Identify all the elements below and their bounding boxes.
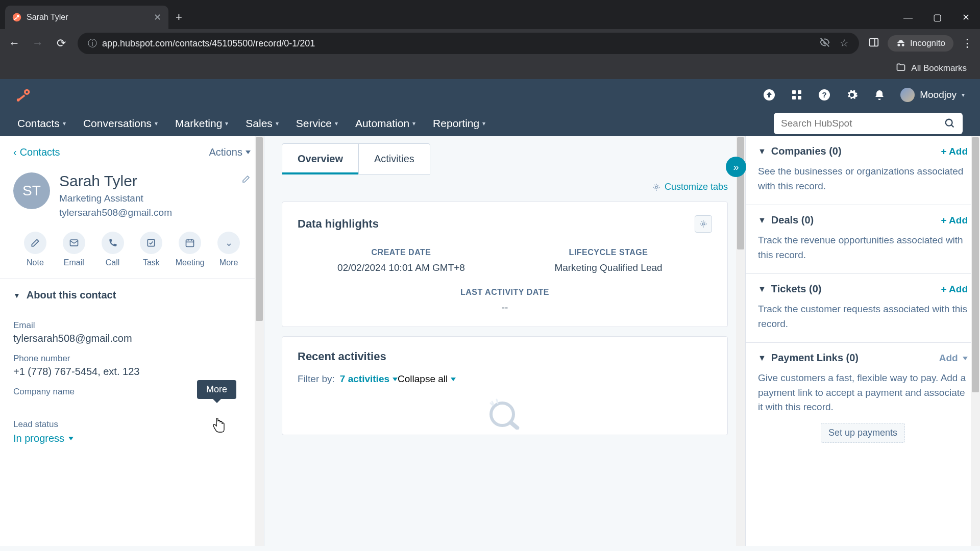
payment-links-add-button[interactable]: Add (939, 353, 968, 364)
action-email[interactable]: Email (59, 232, 89, 267)
about-contact-toggle[interactable]: ▼ About this contact (0, 279, 264, 311)
nav-service[interactable]: Service▾ (296, 117, 338, 130)
folder-icon (896, 62, 906, 75)
nav-conversations[interactable]: Conversations▾ (83, 117, 158, 130)
svg-point-25 (702, 223, 704, 225)
upgrade-icon[interactable] (763, 88, 776, 102)
url-bar[interactable]: ⓘ app.hubspot.com/contacts/45105500/reco… (78, 33, 859, 54)
svg-point-8 (17, 98, 20, 102)
caret-down-icon (68, 437, 74, 440)
url-text: app.hubspot.com/contacts/45105500/record… (102, 38, 315, 49)
nav-forward-icon[interactable]: → (31, 37, 45, 50)
caret-down-icon[interactable]: ▼ (758, 354, 766, 363)
payment-links-title[interactable]: Payment Links (0) (771, 352, 859, 364)
user-avatar-icon (900, 88, 915, 102)
setup-payments-button[interactable]: Set up payments (821, 423, 905, 443)
gear-icon (652, 183, 660, 191)
right-scrollbar[interactable] (971, 136, 980, 546)
tab-overview[interactable]: Overview (282, 144, 359, 174)
expand-right-button[interactable]: » (726, 157, 746, 177)
action-meeting[interactable]: Meeting (175, 232, 205, 267)
action-call[interactable]: Call (98, 232, 128, 267)
settings-gear-icon[interactable] (845, 88, 859, 102)
eye-off-icon[interactable] (819, 37, 830, 51)
new-tab-button[interactable]: + (168, 6, 189, 29)
chevron-left-icon: ‹ (13, 146, 17, 158)
hubspot-logo-icon[interactable] (15, 86, 33, 104)
back-to-contacts-link[interactable]: ‹ Contacts (13, 146, 60, 158)
caret-down-icon[interactable]: ▼ (758, 285, 766, 294)
help-icon[interactable]: ? (818, 88, 831, 102)
all-bookmarks-link[interactable]: All Bookmarks (911, 63, 967, 73)
customize-tabs-link[interactable]: Customize tabs (282, 182, 728, 192)
search-input[interactable] (781, 118, 944, 129)
caret-down-icon[interactable]: ▼ (758, 216, 766, 225)
nav-marketing[interactable]: Marketing▾ (175, 117, 228, 130)
companies-add-button[interactable]: + Add (941, 146, 968, 157)
field-value-email[interactable]: tylersarah508@gmail.com (13, 333, 251, 344)
action-more[interactable]: ⌄More (214, 232, 243, 267)
nav-reporting[interactable]: Reporting▾ (433, 117, 485, 130)
tickets-add-button[interactable]: + Add (941, 284, 968, 295)
edit-pencil-icon[interactable] (241, 174, 251, 186)
notifications-bell-icon[interactable] (873, 88, 886, 102)
tickets-panel: ▼ Tickets (0) + Add Track the customer r… (746, 274, 980, 343)
companies-body: See the businesses or organizations asso… (758, 164, 968, 193)
svg-rect-27 (509, 420, 520, 430)
svg-text:?: ? (822, 90, 827, 99)
field-value-phone[interactable]: +1 (778) 767-5454, ext. 123 (13, 366, 251, 378)
field-label-phone: Phone number (13, 354, 251, 364)
contact-email: tylersarah508@gmail.com (59, 207, 172, 218)
incognito-icon (896, 38, 906, 48)
browser-tab[interactable]: Sarah Tyler ✕ (5, 6, 168, 29)
window-maximize-icon[interactable]: ▢ (933, 12, 942, 23)
svg-rect-20 (186, 240, 194, 246)
chrome-menu-icon[interactable]: ⋮ (962, 37, 973, 50)
contact-avatar[interactable]: ST (13, 172, 50, 209)
site-info-icon[interactable]: ⓘ (88, 37, 97, 49)
deals-add-button[interactable]: + Add (941, 215, 968, 226)
caret-down-icon (246, 151, 251, 154)
incognito-chip[interactable]: Incognito (888, 35, 953, 52)
nav-contacts[interactable]: Contacts▾ (17, 117, 66, 130)
global-search[interactable] (774, 113, 963, 134)
nav-automation[interactable]: Automation▾ (355, 117, 415, 130)
tab-activities[interactable]: Activities (359, 144, 430, 174)
contact-name: Sarah Tyler (59, 172, 172, 190)
field-label-lead-status: Lead status (13, 419, 251, 430)
collapse-all-link[interactable]: Collapse all (398, 373, 456, 385)
left-scrollbar[interactable] (255, 136, 264, 546)
svg-point-1 (17, 15, 19, 17)
nav-reload-icon[interactable]: ⟳ (54, 37, 68, 50)
actions-menu[interactable]: Actions (209, 146, 251, 158)
tab-close-icon[interactable]: ✕ (154, 12, 161, 23)
user-menu[interactable]: Moodjoy ▾ (900, 88, 965, 102)
action-task[interactable]: Task (136, 232, 166, 267)
deals-title[interactable]: Deals (0) (771, 214, 814, 226)
caret-down-icon (451, 378, 456, 381)
data-highlights-settings-button[interactable] (695, 215, 712, 233)
lead-status-select[interactable]: In progress (13, 433, 74, 444)
companies-panel: ▼ Companies (0) + Add See the businesses… (746, 136, 980, 205)
bookmark-star-icon[interactable]: ☆ (840, 37, 849, 51)
action-note[interactable]: Note (20, 232, 50, 267)
filter-activities-dropdown[interactable]: 7 activities (340, 373, 398, 385)
nav-sales[interactable]: Sales▾ (246, 117, 279, 130)
field-label-email: Email (13, 320, 251, 331)
hubspot-favicon-icon (12, 13, 21, 22)
window-close-icon[interactable]: ✕ (962, 12, 970, 23)
marketplace-icon[interactable] (790, 88, 803, 102)
more-tooltip: More (197, 380, 236, 399)
center-scrollbar[interactable] (736, 136, 745, 546)
empty-state-illustration (298, 394, 712, 430)
svg-line-17 (951, 125, 954, 128)
data-highlights-card: Data highlights CREATE DATE 02/02/2024 1… (282, 202, 728, 327)
chevron-down-icon: ▾ (962, 91, 965, 98)
caret-down-icon[interactable]: ▼ (758, 147, 766, 156)
companies-title[interactable]: Companies (0) (771, 145, 842, 157)
tickets-title[interactable]: Tickets (0) (771, 283, 822, 295)
nav-back-icon[interactable]: ← (7, 37, 21, 50)
side-panel-icon[interactable] (868, 37, 879, 50)
window-minimize-icon[interactable]: ― (903, 12, 913, 23)
last-activity-value: -- (298, 302, 712, 313)
